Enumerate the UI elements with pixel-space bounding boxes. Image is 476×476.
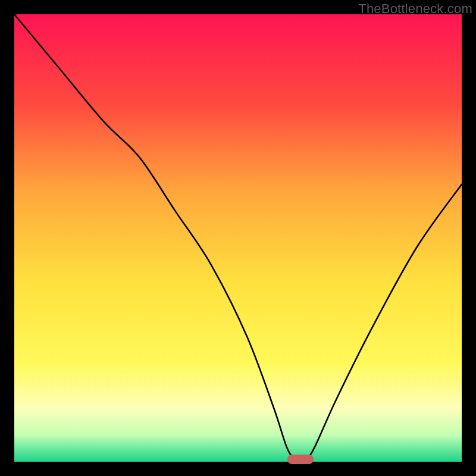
watermark-label: TheBottleneck.com	[358, 1, 472, 17]
plot-area	[14, 14, 462, 462]
bottleneck-curve	[14, 14, 462, 462]
chart-frame: TheBottleneck.com	[0, 0, 476, 476]
optimal-point-marker	[287, 455, 314, 464]
